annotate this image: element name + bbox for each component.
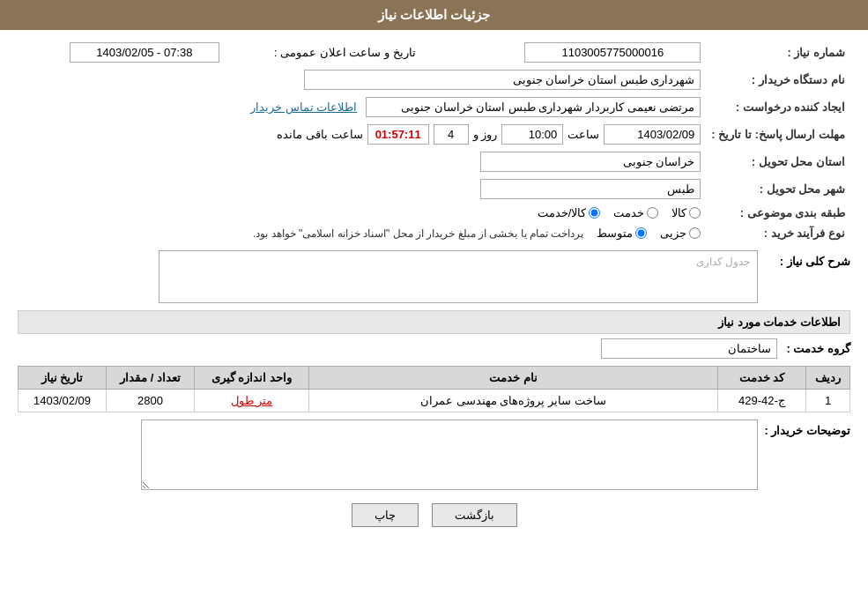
announce-label: تاریخ و ساعت اعلان عمومی : [274,46,416,59]
page-header: جزئیات اطلاعات نیاز [0,0,868,30]
col-row-num: ردیف [806,367,850,390]
cell-need-date: 1403/02/09 [19,390,107,412]
cell-unit: متر طول [195,390,309,412]
cell-qty: 2800 [107,390,195,412]
delivery-province-label: استان محل تحویل : [706,148,850,175]
sharh-section: شرح کلی نیاز : جدول کداری [18,250,850,303]
col-unit: واحد اندازه گیری [195,367,309,390]
col-service-code: کد خدمت [718,367,806,390]
category-khadamat-radio[interactable] [647,207,658,219]
category-kala-label: کالا [671,206,686,219]
service-group-value: ساختمان [601,338,777,359]
col-qty: تعداد / مقدار [107,367,195,390]
process-jazee-radio[interactable] [689,227,701,239]
sharh-placeholder: جدول کداری [696,256,750,268]
need-number-label: شماره نیاز : [706,39,850,66]
category-kala-option[interactable]: کالا [671,206,701,219]
deadline-remaining-label: ساعت باقی مانده [277,128,362,141]
process-jazee-option[interactable]: جزیی [660,227,701,240]
process-motawaset-radio[interactable] [635,227,647,239]
category-khadamat-option[interactable]: خدمت [613,206,658,219]
deadline-days: 4 [434,124,469,145]
print-button[interactable]: چاپ [352,503,419,527]
need-number-value: 1103005775000016 [524,42,701,63]
category-kala-radio[interactable] [689,207,701,219]
creator-label: ایجاد کننده درخواست : [706,93,850,121]
buyer-notes-section: توضیحات خریدار : [18,420,850,490]
buyer-notes-label: توضیحات خریدار : [762,420,850,437]
table-row: 1ج-42-429ساخت سایر پروژه‌های مهندسی عمرا… [19,390,850,412]
category-label: طبقه بندی موضوعی : [706,203,850,223]
buyer-org-value: شهرداری طبس استان خراسان جنوبی [304,70,701,90]
delivery-city: طبس [480,179,701,199]
services-table: ردیف کد خدمت نام خدمت واحد اندازه گیری ت… [18,366,850,412]
buttons-row: بازگشت چاپ [18,503,850,527]
cell-service-name: ساخت سایر پروژه‌های مهندسی عمران [309,390,718,412]
deadline-time: 10:00 [501,124,563,145]
category-kala-khadamat-radio[interactable] [589,207,600,219]
col-need-date: تاریخ نیاز [19,367,107,390]
category-khadamat-label: خدمت [613,206,644,219]
buyer-org-label: نام دستگاه خریدار : [706,66,850,93]
deadline-remaining-time: 01:57:11 [367,124,429,145]
cell-row-num: 1 [806,390,850,412]
contact-link[interactable]: اطلاعات تماس خریدار [250,100,357,114]
process-motawaset-label: متوسط [597,227,633,240]
sharh-textarea[interactable]: جدول کداری [159,250,758,303]
process-label: نوع فرآیند خرید : [706,223,850,243]
deadline-date: 1403/02/09 [604,124,701,145]
service-group-label: گروه خدمت : [786,342,850,355]
page-title: جزئیات اطلاعات نیاز [378,7,490,22]
sharh-label: شرح کلی نیاز : [762,250,850,268]
process-motawaset-option[interactable]: متوسط [597,227,647,240]
back-button[interactable]: بازگشت [432,503,517,527]
delivery-city-label: شهر محل تحویل : [706,175,850,203]
category-kala-khadamat-option[interactable]: کالا/خدمت [538,206,601,219]
process-note: پرداخت تمام یا بخشی از مبلغ خریدار از مح… [253,227,583,240]
service-group-row: گروه خدمت : ساختمان [18,338,850,359]
process-jazee-label: جزیی [660,227,686,240]
col-service-name: نام خدمت [309,367,718,390]
buyer-notes-textarea[interactable] [141,420,758,490]
services-section-title: اطلاعات خدمات مورد نیاز [18,310,850,334]
delivery-province: خراسان جنوبی [480,152,701,172]
deadline-day-label: روز و [473,128,498,141]
deadline-time-label: ساعت [568,128,599,141]
category-kala-khadamat-label: کالا/خدمت [538,206,587,219]
cell-service-code: ج-42-429 [718,390,806,412]
announce-value: 1403/02/05 - 07:38 [70,42,219,63]
creator-value: مرتضی نعیمی کاربردار شهرداری طبس استان خ… [366,97,701,117]
deadline-label: مهلت ارسال پاسخ: تا تاریخ : [706,121,850,148]
